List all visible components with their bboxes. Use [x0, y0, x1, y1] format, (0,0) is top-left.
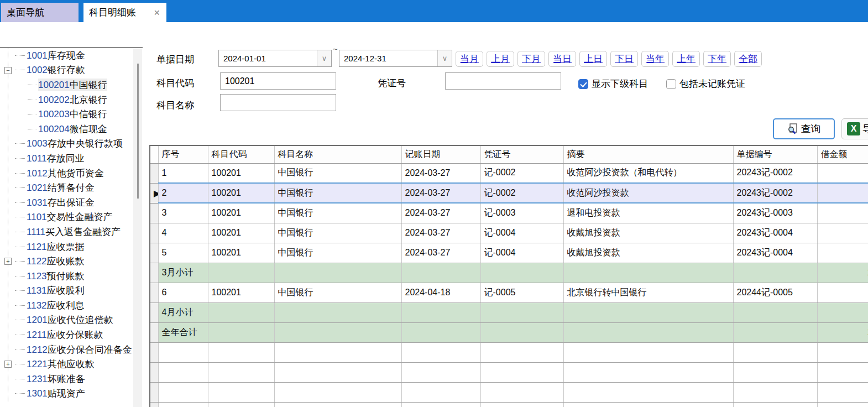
show-sub-accounts-checkbox[interactable]: 显示下级科目 [578, 77, 648, 90]
row-gutter[interactable] [150, 283, 158, 302]
quick-date-button-8[interactable]: 下年 [703, 51, 731, 67]
tree-item-1021[interactable]: 1021结算备付金 [0, 180, 143, 195]
tree-item-1301[interactable]: 1301贴现资产 [0, 387, 143, 401]
empty-row[interactable] [150, 342, 868, 362]
quick-date-button-9[interactable]: 全部 [734, 51, 762, 67]
tree-item-100201[interactable]: 100201中国银行 [0, 77, 143, 92]
row-gutter[interactable] [150, 223, 158, 243]
tree-item-100204[interactable]: 100204微信现金 [0, 122, 143, 137]
row-gutter[interactable] [150, 203, 158, 223]
table-row[interactable]: ▶2100201中国银行2024-03-27记-0002收范阿沙投资款20243… [150, 183, 868, 203]
quick-date-button-1[interactable]: 上月 [487, 51, 514, 67]
chevron-down-icon[interactable]: ∨ [437, 50, 452, 66]
table-row[interactable]: 1100201中国银行2024-03-27记-0002收范阿沙投资款（和电代转）… [150, 163, 868, 183]
tree-item-1003[interactable]: 1003存放中央银行款项 [0, 137, 143, 152]
quick-date-button-5[interactable]: 下日 [610, 51, 638, 67]
tree-item-100203[interactable]: 100203中信银行 [0, 107, 143, 122]
table-row[interactable]: 5100201中国银行2024-03-27记-0004收戴旭投资款20243记-… [150, 243, 868, 263]
column-header[interactable]: 摘要 [563, 145, 733, 163]
tree-item-1201[interactable]: 1201应收代位追偿款 [0, 313, 143, 328]
subtotal-blank-cell [208, 322, 274, 342]
expand-icon[interactable]: + [4, 361, 12, 368]
account-name-input[interactable] [220, 94, 336, 111]
column-header[interactable]: 借金额 [817, 145, 868, 163]
empty-row[interactable] [150, 362, 868, 382]
column-header[interactable]: 凭证号 [480, 145, 563, 163]
tree-item-1101[interactable]: 1101交易性金融资产 [0, 210, 143, 225]
subtotal-row[interactable]: 4月小计 [150, 302, 868, 322]
chevron-down-icon[interactable]: ∨ [317, 50, 331, 66]
subtotal-blank-cell [274, 322, 401, 342]
column-header[interactable]: 序号 [158, 145, 208, 163]
date-to-select[interactable]: 2024-12-31 ∨ [339, 50, 452, 67]
subtotal-row[interactable]: 全年合计1 [150, 322, 868, 342]
tree-item-100202[interactable]: 100202北京银行 [0, 92, 143, 107]
export-excel-button[interactable]: 导出 [841, 118, 868, 139]
row-gutter[interactable] [150, 362, 158, 382]
tree-item-1131[interactable]: 1131应收股利 [0, 284, 143, 299]
row-gutter[interactable]: ▶ [150, 183, 158, 203]
tab-label: 桌面导航 [7, 6, 44, 19]
date-from-select[interactable]: 2024-01-01 ∨ [218, 50, 332, 67]
table-row[interactable]: 6100201中国银行2024-04-18记-0005北京银行转中国银行2024… [150, 283, 868, 302]
checkbox-unchecked-icon[interactable] [666, 79, 676, 89]
empty-row[interactable] [150, 382, 868, 402]
subtotal-row[interactable]: 3月小计1 [150, 263, 868, 283]
quick-date-button-2[interactable]: 下月 [517, 51, 545, 67]
tree-item-1121[interactable]: 1121应收票据 [0, 239, 143, 254]
quick-date-button-4[interactable]: 上日 [579, 51, 607, 67]
tree-connector-stub [15, 364, 25, 364]
tree-item-1002[interactable]: −1002银行存款 [0, 63, 143, 78]
expand-icon[interactable]: + [4, 258, 12, 265]
cell-debit [817, 243, 868, 263]
empty-row[interactable] [150, 402, 868, 407]
cell-voucher: 记-0005 [480, 283, 563, 302]
table-row[interactable]: 3100201中国银行2024-03-27记-0003退和电投资款20243记-… [150, 203, 868, 223]
query-button[interactable]: 查询 [773, 118, 835, 139]
cell-debit [817, 183, 868, 203]
row-gutter[interactable] [150, 342, 158, 362]
tree-item-1031[interactable]: 1031存出保证金 [0, 195, 143, 210]
quick-date-button-3[interactable]: 当日 [548, 51, 576, 67]
collapse-icon[interactable]: − [4, 67, 12, 74]
tree-item-1212[interactable]: 1212应收分保合同准备金 [0, 342, 143, 357]
tree-item-1122[interactable]: +1122应收账款 [0, 254, 143, 269]
close-icon[interactable]: × [153, 8, 161, 18]
tree-scrollbar-thumb[interactable] [137, 64, 139, 199]
include-unposted-checkbox[interactable]: 包括未记账凭证 [666, 77, 745, 90]
row-gutter[interactable] [150, 302, 158, 322]
row-gutter[interactable] [150, 163, 158, 183]
quick-date-button-0[interactable]: 当月 [456, 51, 483, 67]
row-gutter[interactable] [150, 402, 158, 407]
column-header[interactable]: 科目名称 [274, 145, 401, 163]
tree-item-1132[interactable]: 1132应收利息 [0, 298, 143, 313]
subtotal-blank-cell [401, 302, 480, 322]
checkbox-checked-icon[interactable] [578, 79, 588, 89]
column-header[interactable]: 记账日期 [401, 145, 480, 163]
tree-item-1012[interactable]: 1012其他货币资金 [0, 166, 143, 181]
row-gutter[interactable] [150, 322, 158, 342]
voucher-no-input[interactable] [445, 72, 561, 90]
tree-item-1221[interactable]: +1221其他应收款 [0, 357, 143, 372]
column-header[interactable]: 单据编号 [733, 145, 817, 163]
range-separator: ~ [333, 44, 338, 54]
table-row[interactable]: 4100201中国银行2024-03-27记-0004收戴旭投资款20243记-… [150, 223, 868, 243]
tree-item-1011[interactable]: 1011存放同业 [0, 151, 143, 166]
quick-date-button-7[interactable]: 上年 [672, 51, 700, 67]
tree-item-1231[interactable]: 1231坏账准备 [0, 372, 143, 387]
tree-item-1211[interactable]: 1211应收分保账款 [0, 327, 143, 342]
row-gutter[interactable] [150, 263, 158, 283]
quick-date-button-6[interactable]: 当年 [641, 51, 669, 67]
tree-item-1111[interactable]: 1111买入返售金融资产 [0, 225, 143, 239]
tree-item-1001[interactable]: 1001库存现金 [0, 48, 143, 63]
column-header[interactable]: 科目代码 [208, 145, 274, 163]
tree-item-label: 1002银行存款 [27, 64, 85, 76]
row-gutter[interactable] [150, 243, 158, 263]
tab-account-detail-ledger[interactable]: 科目明细账 × [83, 3, 166, 22]
tree-scrollbar[interactable] [133, 49, 142, 407]
empty-cell [733, 342, 817, 362]
account-code-input[interactable] [220, 72, 336, 90]
tab-desktop-nav[interactable]: 桌面导航 [1, 3, 79, 22]
tree-item-1123[interactable]: 1123预付账款 [0, 269, 143, 284]
row-gutter[interactable] [150, 382, 158, 402]
